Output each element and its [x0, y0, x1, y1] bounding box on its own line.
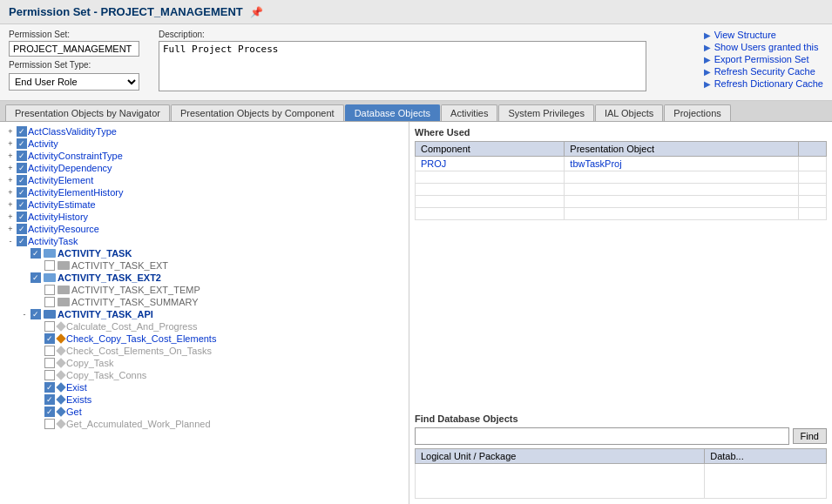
list-item[interactable]: +✓ ActivityHistory — [0, 211, 409, 223]
list-item[interactable]: +✓ Activity — [0, 138, 409, 150]
list-item[interactable]: ✓ Exist — [0, 381, 409, 393]
arrow-icon-2: ▶ — [704, 43, 711, 52]
list-item[interactable]: +✓ ActivityEstimate — [0, 198, 409, 211]
expand-icon[interactable]: + — [5, 212, 16, 222]
list-item[interactable]: Copy_Task — [0, 357, 409, 369]
presentation-object-cell[interactable]: tbwTaskProj — [565, 157, 799, 171]
list-item[interactable]: ✓ ACTIVITY_TASK_EXT2 — [0, 272, 409, 284]
expand-icon[interactable]: + — [5, 199, 16, 210]
table-icon-gray — [57, 298, 70, 306]
find-input[interactable] — [415, 427, 789, 445]
list-item[interactable]: +✓ ActClassValidityType — [0, 125, 409, 138]
table-icon-gray — [57, 261, 70, 270]
expand-icon[interactable]: + — [5, 175, 16, 185]
checkbox[interactable]: ✓ — [17, 212, 27, 222]
checkbox[interactable] — [44, 346, 55, 356]
checkbox[interactable] — [44, 321, 55, 332]
description-textarea[interactable]: Full Project Process — [159, 41, 646, 91]
show-users-link[interactable]: ▶ Show Users granted this — [704, 42, 823, 52]
find-button[interactable]: Find — [793, 428, 827, 444]
list-item[interactable]: +✓ ActivityConstraintType — [0, 150, 409, 162]
tab-presentation-component[interactable]: Presentation Objects by Component — [171, 104, 344, 121]
list-item[interactable]: +✓ ActivityElement — [0, 174, 409, 186]
list-item[interactable]: Get_Accumulated_Work_Planned — [0, 418, 409, 430]
list-item[interactable]: Copy_Task_Conns — [0, 369, 409, 381]
list-item[interactable]: Calculate_Cost_And_Progress — [0, 320, 409, 333]
expand-icon[interactable]: + — [5, 224, 16, 234]
diamond-icon — [56, 419, 65, 428]
tab-system-privileges[interactable]: System Privileges — [498, 104, 593, 121]
checkbox[interactable]: ✓ — [17, 199, 27, 210]
checkbox[interactable] — [44, 285, 55, 295]
expand-icon[interactable] — [33, 260, 44, 271]
list-item[interactable]: ACTIVITY_TASK_EXT — [0, 259, 409, 272]
checkbox[interactable]: ✓ — [44, 407, 55, 417]
checkbox[interactable] — [44, 370, 55, 380]
checkbox[interactable]: ✓ — [17, 126, 27, 137]
list-item[interactable]: +✓ ActivityDependency — [0, 162, 409, 174]
list-item[interactable]: ✓ Check_Copy_Task_Cost_Elements — [0, 333, 409, 345]
expand-icon[interactable] — [19, 272, 30, 283]
expand-icon[interactable]: + — [5, 187, 16, 198]
checkbox[interactable]: ✓ — [44, 382, 55, 393]
expand-icon[interactable] — [33, 419, 44, 429]
tree-panel[interactable]: +✓ ActClassValidityType+✓ Activity+✓ Act… — [0, 122, 409, 504]
checkbox[interactable]: ✓ — [17, 138, 27, 149]
list-item[interactable]: -✓ ActivityTask — [0, 235, 409, 247]
tab-activities[interactable]: Activities — [441, 104, 497, 121]
export-permission-link[interactable]: ▶ Export Permission Set — [704, 54, 823, 64]
expand-icon[interactable] — [33, 394, 44, 405]
tab-presentation-navigator[interactable]: Presentation Objects by Navigator — [5, 104, 170, 121]
list-item[interactable]: Check_Cost_Elements_On_Tasks — [0, 345, 409, 357]
expand-icon[interactable] — [33, 407, 44, 417]
checkbox[interactable]: ✓ — [44, 394, 55, 405]
expand-icon[interactable] — [33, 382, 44, 393]
tree-item-label: ActivityTask — [28, 236, 78, 246]
list-item[interactable]: ✓ Get — [0, 406, 409, 418]
checkbox[interactable]: ✓ — [17, 236, 27, 246]
checkbox[interactable]: ✓ — [30, 248, 41, 259]
expand-icon[interactable]: - — [19, 309, 30, 319]
expand-icon[interactable] — [33, 321, 44, 332]
permission-set-type-select[interactable]: End User Role — [9, 73, 139, 91]
expand-icon[interactable]: + — [5, 151, 16, 161]
expand-icon[interactable] — [33, 358, 44, 368]
checkbox[interactable] — [44, 260, 55, 271]
expand-icon[interactable] — [33, 333, 44, 344]
expand-icon[interactable] — [33, 297, 44, 307]
list-item[interactable]: ACTIVITY_TASK_EXT_TEMP — [0, 284, 409, 296]
expand-icon[interactable] — [19, 248, 30, 259]
list-item[interactable]: ✓ Exists — [0, 393, 409, 406]
checkbox[interactable]: ✓ — [30, 272, 41, 283]
checkbox[interactable]: ✓ — [17, 224, 27, 234]
checkbox[interactable]: ✓ — [17, 163, 27, 173]
expand-icon[interactable]: + — [5, 126, 16, 137]
expand-icon[interactable] — [33, 370, 44, 380]
checkbox[interactable]: ✓ — [17, 175, 27, 185]
expand-icon[interactable] — [33, 285, 44, 295]
checkbox[interactable] — [44, 358, 55, 368]
checkbox[interactable]: ✓ — [17, 187, 27, 198]
tab-ial-objects[interactable]: IAL Objects — [595, 104, 663, 121]
refresh-dictionary-link[interactable]: ▶ Refresh Dictionary Cache — [704, 78, 823, 89]
checkbox[interactable]: ✓ — [17, 151, 27, 161]
component-cell[interactable]: PROJ — [416, 157, 565, 171]
expand-icon[interactable]: + — [5, 138, 16, 149]
list-item[interactable]: ✓ ACTIVITY_TASK — [0, 247, 409, 259]
tree-item-label: ACTIVITY_TASK_SUMMARY — [71, 297, 199, 307]
list-item[interactable]: +✓ ActivityResource — [0, 223, 409, 235]
checkbox[interactable] — [44, 419, 55, 429]
list-item[interactable]: -✓ ACTIVITY_TASK_API — [0, 308, 409, 320]
expand-icon[interactable]: + — [5, 163, 16, 173]
list-item[interactable]: ACTIVITY_TASK_SUMMARY — [0, 296, 409, 308]
tab-database-objects[interactable]: Database Objects — [345, 104, 440, 121]
checkbox[interactable]: ✓ — [30, 309, 41, 319]
view-structure-link[interactable]: ▶ View Structure — [704, 30, 823, 40]
expand-icon[interactable]: - — [5, 236, 16, 246]
checkbox[interactable]: ✓ — [44, 333, 55, 344]
list-item[interactable]: +✓ ActivityElementHistory — [0, 186, 409, 198]
refresh-security-link[interactable]: ▶ Refresh Security Cache — [704, 66, 823, 77]
tab-projections[interactable]: Projections — [664, 104, 730, 121]
checkbox[interactable] — [44, 297, 55, 307]
expand-icon[interactable] — [33, 346, 44, 356]
